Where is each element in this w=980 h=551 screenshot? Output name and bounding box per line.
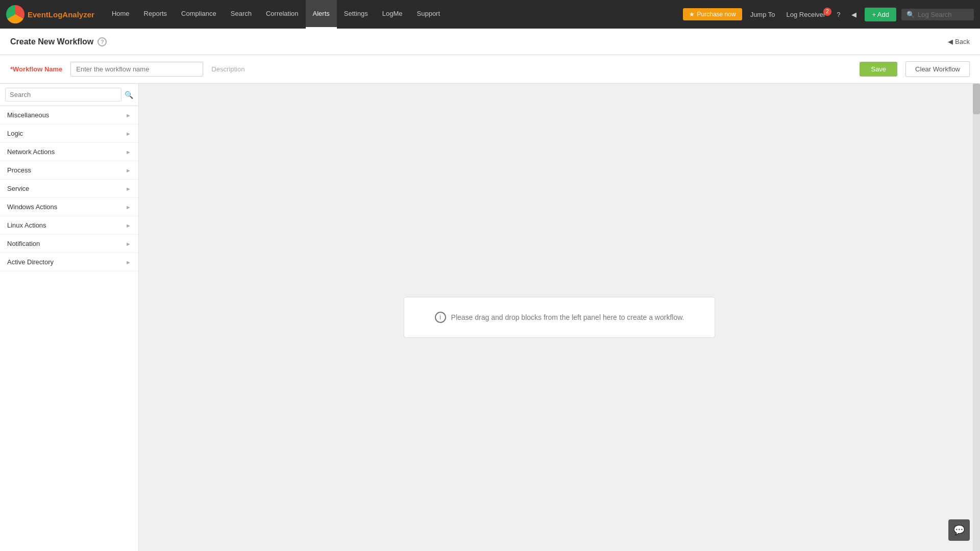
chevron-right-icon: ►: [126, 167, 131, 173]
nav-logme[interactable]: LogMe: [375, 0, 410, 29]
toolbar: *Workflow Name Description Save Clear Wo…: [0, 55, 980, 84]
chevron-right-icon: ►: [126, 149, 131, 155]
category-active-directory[interactable]: Active Directory ►: [0, 253, 138, 271]
jump-to-link[interactable]: Jump To: [747, 11, 778, 18]
purchase-label: Purchase now: [697, 11, 736, 18]
nav-correlation[interactable]: Correlation: [259, 0, 306, 29]
add-button[interactable]: + Add: [865, 8, 896, 21]
help-icon[interactable]: ?: [97, 37, 107, 46]
nav-home[interactable]: Home: [105, 0, 137, 29]
purchase-icon: ★: [689, 11, 695, 18]
nav-support[interactable]: Support: [410, 0, 448, 29]
topbar-right: ★ Purchase now Jump To Log Receiver 2 ? …: [683, 8, 974, 21]
chevron-right-icon: ►: [126, 241, 131, 247]
category-process-label: Process: [7, 166, 31, 174]
category-notification[interactable]: Notification ►: [0, 235, 138, 253]
workflow-name-label: *Workflow Name: [10, 65, 62, 73]
main-nav: Home Reports Compliance Search Correlati…: [105, 0, 683, 29]
clear-workflow-button[interactable]: Clear Workflow: [905, 61, 970, 77]
logo-area[interactable]: EventLogAnalyzer: [6, 5, 94, 23]
info-icon: i: [435, 312, 446, 323]
canvas-area: i Please drag and drop blocks from the l…: [139, 84, 980, 551]
topbar: EventLogAnalyzer Home Reports Compliance…: [0, 0, 980, 29]
chevron-right-icon: ►: [126, 131, 131, 137]
back-arrow-icon: ◀: [948, 38, 953, 45]
search-log-input[interactable]: [918, 11, 969, 18]
category-windows-actions[interactable]: Windows Actions ►: [0, 198, 138, 216]
log-receiver-link[interactable]: Log Receiver: [783, 11, 829, 18]
search-wrap: 🔍: [0, 84, 138, 106]
chevron-right-icon: ►: [126, 186, 131, 192]
log-receiver-wrap: Log Receiver 2: [783, 11, 829, 18]
canvas-scrollbar-thumb[interactable]: [973, 84, 980, 114]
category-notification-label: Notification: [7, 240, 40, 247]
logo-icon: [6, 5, 24, 23]
drop-hint: i Please drag and drop blocks from the l…: [404, 297, 716, 338]
category-search-button[interactable]: 🔍: [125, 91, 133, 99]
description-link[interactable]: Description: [211, 65, 244, 73]
nav-alerts[interactable]: Alerts: [306, 0, 337, 29]
page-title-area: Create New Workflow ?: [10, 37, 107, 46]
user-icon[interactable]: ◀: [848, 11, 860, 18]
category-linux-actions[interactable]: Linux Actions ►: [0, 216, 138, 235]
chevron-right-icon: ►: [126, 204, 131, 210]
category-search-input[interactable]: [5, 88, 121, 102]
category-network-actions[interactable]: Network Actions ►: [0, 143, 138, 161]
chat-icon: 💬: [953, 524, 965, 536]
category-logic-label: Logic: [7, 130, 23, 137]
chevron-right-icon: ►: [126, 222, 131, 229]
category-network-actions-label: Network Actions: [7, 148, 55, 156]
category-miscellaneous-label: Miscellaneous: [7, 111, 49, 119]
category-linux-actions-label: Linux Actions: [7, 221, 46, 229]
chevron-right-icon: ►: [126, 259, 131, 265]
purchase-button[interactable]: ★ Purchase now: [683, 8, 742, 20]
category-process[interactable]: Process ►: [0, 161, 138, 180]
main-content: 🔍 Miscellaneous ► Logic ► Network Action…: [0, 84, 980, 551]
category-service[interactable]: Service ►: [0, 180, 138, 198]
nav-search[interactable]: Search: [224, 0, 259, 29]
help-link[interactable]: ?: [834, 11, 843, 18]
back-label: Back: [955, 38, 970, 45]
page-title: Create New Workflow: [10, 37, 93, 46]
category-windows-actions-label: Windows Actions: [7, 203, 57, 211]
notification-badge: 2: [823, 8, 831, 16]
category-service-label: Service: [7, 185, 29, 192]
category-miscellaneous[interactable]: Miscellaneous ►: [0, 106, 138, 124]
drop-hint-text: Please drag and drop blocks from the lef…: [451, 313, 684, 321]
workflow-name-input[interactable]: [70, 62, 203, 77]
back-button[interactable]: ◀ Back: [948, 38, 970, 45]
nav-compliance[interactable]: Compliance: [174, 0, 224, 29]
nav-reports[interactable]: Reports: [137, 0, 175, 29]
nav-settings[interactable]: Settings: [337, 0, 375, 29]
category-logic[interactable]: Logic ►: [0, 124, 138, 143]
left-panel: 🔍 Miscellaneous ► Logic ► Network Action…: [0, 84, 139, 551]
sub-header: Create New Workflow ? ◀ Back: [0, 29, 980, 55]
save-button[interactable]: Save: [860, 62, 897, 77]
chevron-right-icon: ►: [126, 112, 131, 118]
category-active-directory-label: Active Directory: [7, 258, 54, 266]
chat-button[interactable]: 💬: [948, 519, 970, 541]
search-log-icon: 🔍: [906, 11, 915, 18]
search-log-wrap: 🔍: [901, 9, 974, 20]
logo-text: EventLogAnalyzer: [28, 10, 94, 19]
canvas-scrollbar[interactable]: [973, 84, 980, 551]
